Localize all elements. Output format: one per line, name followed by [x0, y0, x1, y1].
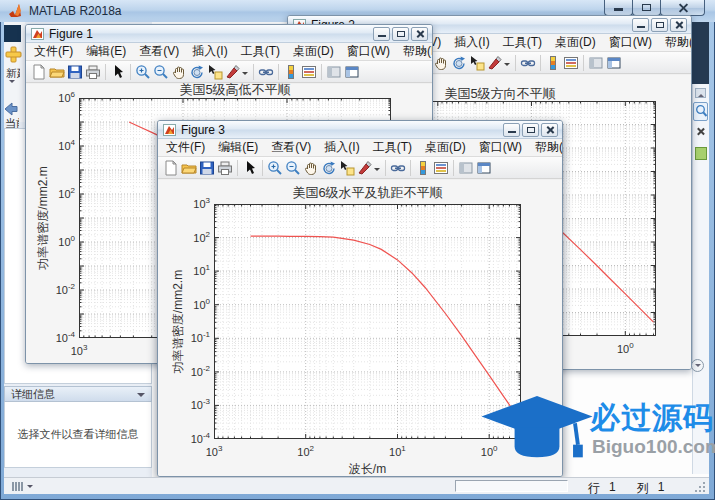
menu-item[interactable]: 工具(T) — [503, 34, 542, 51]
menu-item[interactable]: 查看(V) — [139, 43, 179, 60]
toolbar-separator — [453, 160, 454, 176]
menu-item[interactable]: 帮助(H) — [403, 43, 433, 60]
collapse-panel-button[interactable] — [691, 359, 704, 372]
save-icon[interactable] — [66, 63, 84, 81]
open-file-icon[interactable] — [48, 63, 66, 81]
menu-item[interactable]: 窗口(W) — [479, 139, 522, 156]
hide-plot-tools-icon[interactable] — [325, 63, 343, 81]
menu-item[interactable]: 编辑(E) — [86, 43, 126, 60]
minimize-button[interactable] — [632, 18, 649, 32]
maximize-button[interactable] — [392, 27, 409, 41]
insert-colorbar-icon[interactable] — [544, 54, 562, 72]
scroll-up-button[interactable] — [695, 88, 706, 98]
menu-overflow-icon[interactable]: » — [550, 140, 557, 154]
menu-item[interactable]: 桌面(D) — [293, 43, 334, 60]
maximize-button[interactable] — [522, 123, 539, 137]
brush-icon[interactable] — [224, 63, 242, 81]
zoom-out-icon[interactable] — [152, 63, 170, 81]
link-plot-icon[interactable] — [389, 159, 407, 177]
hide-plot-tools-icon[interactable] — [457, 159, 475, 177]
y-axis-label: 功率谱密度/mm2.m — [35, 98, 52, 338]
menu-item[interactable]: 查看(V) — [271, 139, 311, 156]
zoom-out-icon[interactable] — [284, 159, 302, 177]
pan-hand-icon[interactable] — [302, 159, 320, 177]
menu-item[interactable]: 窗口(W) — [609, 34, 652, 51]
minimize-button[interactable] — [604, 0, 633, 16]
menu-item[interactable]: 桌面(D) — [555, 34, 596, 51]
close-button[interactable] — [670, 18, 687, 32]
menu-overflow-icon[interactable]: » — [679, 35, 686, 49]
new-dropdown-caret[interactable] — [9, 80, 15, 86]
menu-item[interactable]: 工具(T) — [241, 43, 280, 60]
close-button[interactable] — [660, 0, 705, 16]
zoom-in-icon[interactable] — [134, 63, 152, 81]
menu-item[interactable]: 文件(F) — [166, 139, 205, 156]
pan-hand-icon[interactable] — [170, 63, 188, 81]
data-cursor-icon[interactable] — [338, 159, 356, 177]
link-plot-icon[interactable] — [257, 63, 275, 81]
menu-overflow-icon[interactable]: » — [420, 44, 427, 58]
pan-hand-icon[interactable] — [432, 54, 450, 72]
brush-dropdown-caret[interactable] — [504, 63, 510, 69]
magnifier-button[interactable] — [693, 102, 708, 121]
hide-plot-tools-icon[interactable] — [587, 54, 605, 72]
insert-colorbar-icon[interactable] — [414, 159, 432, 177]
edit-plot-cursor-icon[interactable] — [109, 63, 127, 81]
rotate-3d-icon[interactable] — [188, 63, 206, 81]
minimize-button[interactable] — [503, 123, 520, 137]
brush-icon[interactable] — [356, 159, 374, 177]
dock-figure-icon[interactable] — [343, 63, 361, 81]
new-document-icon[interactable] — [162, 159, 180, 177]
figure-titlebar[interactable]: Figure 3 — [158, 121, 562, 139]
data-cursor-icon[interactable] — [206, 63, 224, 81]
green-file-icon[interactable] — [695, 147, 707, 160]
menu-item[interactable]: 文件(F) — [34, 43, 73, 60]
menu-item[interactable]: 插入(I) — [454, 34, 489, 51]
details-panel-header[interactable]: 详细信息 — [4, 386, 152, 402]
menu-item[interactable]: 插入(I) — [192, 43, 227, 60]
brush-dropdown-caret[interactable] — [242, 72, 248, 78]
print-icon[interactable] — [216, 159, 234, 177]
x-axis-label: 波长/m — [214, 461, 521, 477]
print-icon[interactable] — [84, 63, 102, 81]
menu-item[interactable]: 桌面(D) — [425, 139, 466, 156]
menu-item[interactable]: 插入(I) — [324, 139, 359, 156]
strip-close-button[interactable] — [695, 126, 706, 137]
plot-axes[interactable] — [214, 204, 521, 439]
insert-legend-icon[interactable] — [300, 63, 318, 81]
save-icon[interactable] — [198, 159, 216, 177]
details-empty-text: 选择文件以查看详细信息 — [18, 427, 139, 442]
figure-titlebar[interactable]: Figure 1 — [26, 25, 432, 43]
brush-icon[interactable] — [486, 54, 504, 72]
close-button[interactable] — [541, 123, 558, 137]
edit-plot-cursor-icon[interactable] — [241, 159, 259, 177]
details-collapse-icon[interactable] — [137, 393, 145, 401]
open-file-icon[interactable] — [180, 159, 198, 177]
dock-figure-icon[interactable] — [475, 159, 493, 177]
maximize-icon — [642, 4, 651, 11]
maximize-button[interactable] — [651, 18, 668, 32]
col-label: 列 — [637, 480, 649, 497]
insert-colorbar-icon[interactable] — [282, 63, 300, 81]
rotate-3d-icon[interactable] — [320, 159, 338, 177]
close-button[interactable] — [411, 27, 428, 41]
dock-figure-icon[interactable] — [605, 54, 623, 72]
menu-item[interactable]: 编辑(E) — [218, 139, 258, 156]
data-cursor-icon[interactable] — [468, 54, 486, 72]
insert-legend-icon[interactable] — [562, 54, 580, 72]
statusbar-grip[interactable] — [12, 482, 33, 491]
rotate-3d-icon[interactable] — [450, 54, 468, 72]
menu-item[interactable]: 工具(T) — [373, 139, 412, 156]
new-document-icon[interactable] — [30, 63, 48, 81]
brush-dropdown-caret[interactable] — [374, 168, 380, 174]
link-plot-icon[interactable] — [519, 54, 537, 72]
resize-grip[interactable] — [694, 481, 705, 492]
menu-item[interactable]: 帮助(H) — [535, 139, 563, 156]
maximize-button[interactable] — [632, 0, 661, 16]
zoom-in-icon[interactable] — [266, 159, 284, 177]
insert-legend-icon[interactable] — [432, 159, 450, 177]
watermark-site: Biguo100.com — [592, 436, 715, 458]
minimize-button[interactable] — [373, 27, 390, 41]
menu-item[interactable]: 窗口(W) — [347, 43, 390, 60]
figure-menubar: 文件(F)编辑(E)查看(V)插入(I)工具(T)桌面(D)窗口(W)帮助(H)… — [158, 139, 562, 157]
